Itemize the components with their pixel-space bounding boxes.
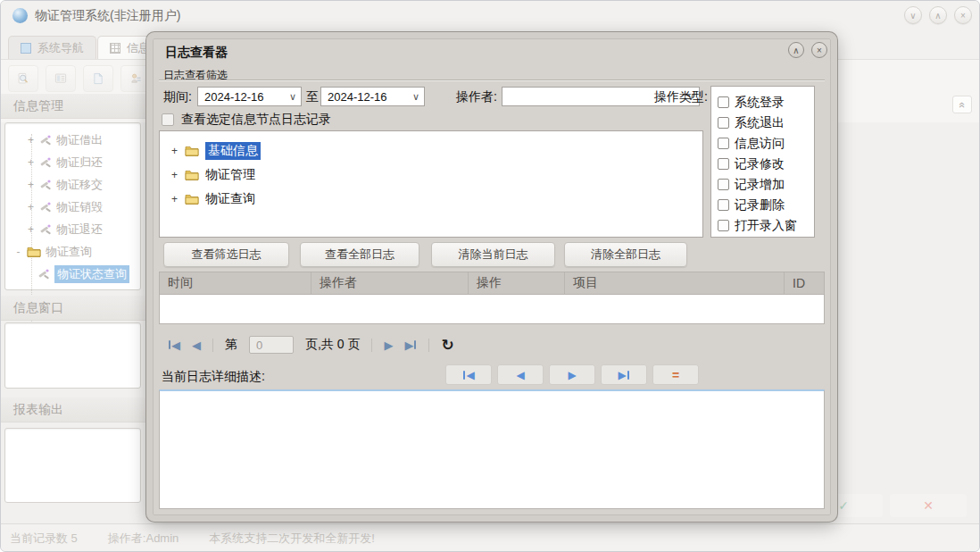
column-header-operation[interactable]: 操作: [469, 272, 565, 294]
desc-last-button[interactable]: ▶: [601, 364, 647, 385]
expand-plus-icon[interactable]: +: [170, 193, 179, 205]
checkbox-label: 查看选定信息节点日志记录: [181, 112, 331, 128]
checkbox-label: 打开录入窗: [735, 218, 797, 234]
op-type-info-access[interactable]: 信息访问: [718, 133, 814, 154]
column-header-id[interactable]: ID: [785, 272, 824, 294]
op-type-system-logout[interactable]: 系统退出: [718, 113, 814, 133]
dialog-node-tree: + 基础信息 + 物证管理 +: [159, 130, 703, 238]
check-icon: ✓: [838, 498, 849, 513]
tree-item-evidence-query[interactable]: - 物证查询: [5, 240, 140, 263]
tree-item-evidence-transfer[interactable]: + 物证移交: [5, 173, 140, 196]
section-title: 信息管理: [13, 98, 63, 114]
desc-first-button[interactable]: ◀: [445, 364, 492, 385]
first-page-button[interactable]: ◀: [168, 339, 180, 352]
cancel-button[interactable]: ✕: [890, 494, 967, 517]
op-type-record-modify[interactable]: 记录修改: [718, 154, 814, 174]
dialog-close-button[interactable]: ×: [811, 42, 827, 58]
tree-item-label-selected: 基础信息: [205, 142, 261, 160]
search-tool-button[interactable]: [8, 65, 38, 92]
expand-plus-icon[interactable]: +: [27, 223, 35, 236]
op-type-open-entry-window[interactable]: 打开录入窗: [718, 215, 814, 236]
checkbox[interactable]: [718, 199, 729, 211]
checkbox[interactable]: [718, 158, 729, 170]
equals-icon: =: [672, 368, 679, 382]
dialog-tree-item-basic-info[interactable]: + 基础信息: [160, 138, 702, 163]
next-page-button[interactable]: ▶: [384, 339, 393, 352]
statusbar: 当前记录数 5 操作者:Admin 本系统支持二次开发和全新开发!: [1, 523, 979, 552]
tree-item-evidence-return[interactable]: + 物证归还: [5, 151, 140, 173]
description-toolbar: 当前日志详细描述: ◀ ◀ ▶ ▶ =: [159, 364, 825, 388]
maximize-button[interactable]: ∧: [929, 6, 947, 24]
search-icon: [17, 72, 29, 85]
column-header-operator[interactable]: 操作者: [311, 272, 469, 294]
date-from-select[interactable]: 2024-12-16 ∨: [197, 87, 302, 106]
operation-type-list: 系统登录 系统退出 信息访问 记录修改 记录增加 记录删除: [710, 86, 815, 238]
description-label: 当前日志详细描述:: [162, 369, 265, 385]
expand-plus-icon[interactable]: +: [27, 156, 35, 169]
system-nav-icon: [21, 43, 31, 54]
op-type-record-delete[interactable]: 记录删除: [718, 195, 814, 215]
report-tool-button[interactable]: [46, 65, 76, 92]
expand-plus-icon[interactable]: +: [170, 169, 179, 181]
prev-page-button[interactable]: ◀: [192, 339, 201, 352]
page-number-input[interactable]: [249, 336, 294, 354]
dialog-titlebar[interactable]: 日志查看器 ∧ ×: [153, 38, 831, 63]
node-filter-checkbox-row[interactable]: 查看选定信息节点日志记录: [162, 112, 331, 128]
op-type-record-add[interactable]: 记录增加: [718, 174, 814, 195]
checkbox[interactable]: [162, 113, 174, 126]
expand-plus-icon[interactable]: +: [27, 179, 35, 191]
view-filtered-logs-button[interactable]: 查看筛选日志: [163, 242, 289, 267]
tree-item-evidence-lend[interactable]: + 物证借出: [5, 129, 140, 151]
checkbox[interactable]: [718, 96, 729, 108]
report-output-panel: [4, 428, 141, 503]
window-titlebar: 物证管理系统(非注册用户) ∨ ∧ ×: [1, 1, 979, 29]
document-icon: [92, 72, 104, 85]
column-header-item[interactable]: 项目: [565, 272, 785, 294]
checkbox[interactable]: [718, 117, 729, 129]
desc-remove-button[interactable]: =: [652, 364, 699, 385]
pager-divider: [212, 339, 213, 352]
minimize-button[interactable]: ∨: [904, 6, 922, 24]
log-table-header: 时间 操作者 操作 项目 ID: [159, 272, 825, 295]
arrow-left-icon: ◀: [192, 339, 201, 352]
date-to-select[interactable]: 2024-12-16 ∨: [320, 87, 425, 106]
dialog-title: 日志查看器: [165, 45, 228, 61]
checkbox-label: 记录删除: [735, 197, 785, 213]
expand-plus-icon[interactable]: +: [170, 145, 179, 157]
refresh-button[interactable]: ↻: [441, 336, 453, 355]
dialog-controls: ∧ ×: [788, 42, 827, 58]
op-type-system-login[interactable]: 系统登录: [718, 92, 814, 113]
dialog-tree-item-evidence-query[interactable]: + 物证查询: [160, 187, 702, 211]
arrow-right-icon: ▶: [568, 369, 576, 381]
tree-item-label: 物证查询: [46, 244, 92, 260]
expand-plus-icon[interactable]: +: [27, 201, 35, 213]
panel-collapse-button[interactable]: «: [952, 96, 972, 113]
checkbox[interactable]: [718, 138, 729, 149]
checkbox[interactable]: [718, 220, 729, 231]
collapse-minus-icon[interactable]: -: [14, 246, 22, 258]
tab-system-nav[interactable]: 系统导航: [8, 36, 96, 59]
tree-item-label: 物证管理: [205, 167, 255, 183]
clear-all-logs-button[interactable]: 清除全部日志: [564, 242, 687, 267]
desc-next-button[interactable]: ▶: [549, 364, 595, 385]
tree-item-evidence-status-query[interactable]: 物证状态查询: [5, 263, 140, 285]
column-header-time[interactable]: 时间: [160, 272, 311, 294]
expand-plus-icon[interactable]: +: [27, 134, 35, 146]
sidebar-tree: + 物证借出 + 物证归还 + 物证移交: [4, 122, 141, 290]
gavel-icon: [37, 268, 50, 280]
window-title: 物证管理系统(非注册用户): [35, 8, 180, 24]
description-textarea[interactable]: [159, 389, 825, 509]
desc-prev-button[interactable]: ◀: [497, 364, 544, 385]
close-button[interactable]: ×: [954, 6, 972, 24]
document-tool-button[interactable]: [83, 65, 113, 92]
checkbox[interactable]: [718, 179, 729, 190]
last-page-button[interactable]: ▶: [404, 339, 417, 352]
tree-item-evidence-destroy[interactable]: + 物证销毁: [5, 196, 140, 218]
dialog-tree-item-evidence-mgmt[interactable]: + 物证管理: [160, 163, 702, 187]
tree-item-evidence-giveback[interactable]: + 物证退还: [5, 218, 140, 240]
dialog-collapse-button[interactable]: ∧: [788, 42, 804, 58]
window-controls: ∨ ∧ ×: [904, 6, 972, 24]
view-all-logs-button[interactable]: 查看全部日志: [300, 242, 419, 267]
clear-current-logs-button[interactable]: 清除当前日志: [431, 242, 555, 267]
section-header-info-mgmt: 信息管理: [1, 94, 146, 119]
